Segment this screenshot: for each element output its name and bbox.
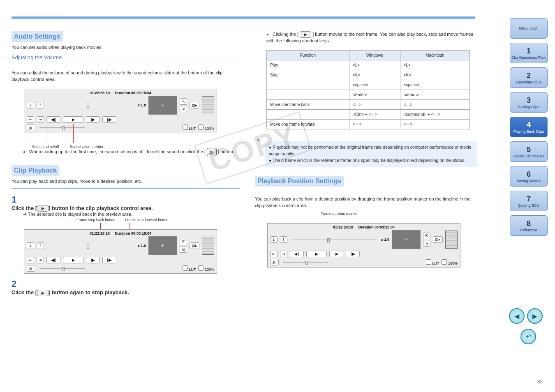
play-button[interactable]: ▶ bbox=[63, 257, 83, 263]
expand-in-button[interactable]: ⇱ bbox=[180, 239, 187, 245]
sound-toggle-button[interactable]: 🔈 bbox=[27, 125, 35, 131]
note-line-2: The A frame which is the reference frame… bbox=[273, 158, 465, 163]
step-back-button[interactable]: ◀|| bbox=[46, 257, 60, 263]
step-1-text: Click the [▶] button in the clip playbac… bbox=[12, 205, 227, 212]
sound-toggle-button[interactable]: 🔈 bbox=[27, 265, 35, 272]
sidebar-item-number: 6 bbox=[510, 170, 547, 179]
step-1: 1 Click the [▶] button in the clip playb… bbox=[12, 194, 240, 217]
multi-view-button[interactable]: ▤▸ bbox=[190, 102, 199, 108]
step-1-sub: ➔ The selected clip is played back in th… bbox=[23, 212, 240, 217]
heading-position-text: Playback Position Settings bbox=[255, 176, 344, 187]
timeline-slider[interactable] bbox=[291, 240, 377, 240]
mark-out-button[interactable]: ⤒ bbox=[37, 102, 44, 108]
goto-in-button[interactable]: ⇤ bbox=[270, 251, 278, 257]
th-mac: Macintosh bbox=[400, 51, 469, 60]
goto-in-button[interactable]: ⇤ bbox=[27, 257, 34, 263]
next-frame-button[interactable]: ||▶ bbox=[102, 257, 116, 263]
marker-sound-toggle: Set sound on/off bbox=[32, 145, 59, 149]
lut-checkbox[interactable]: LUT bbox=[183, 265, 196, 272]
expand-in-button[interactable]: ⇱ bbox=[180, 98, 187, 105]
top-accent-bar bbox=[12, 16, 475, 19]
volume-slider[interactable] bbox=[39, 268, 85, 269]
table-cell: Stop bbox=[267, 70, 349, 80]
sidebar-item[interactable]: 4Playing Back Clips bbox=[510, 117, 548, 137]
zoom-checkbox[interactable]: 100% bbox=[198, 265, 214, 272]
timecode: 01:22:26:10 bbox=[90, 91, 110, 95]
sound-toggle-button[interactable]: 🔈 bbox=[270, 259, 279, 265]
next-frame-button[interactable]: ||▶ bbox=[102, 116, 116, 123]
table-cell: <Ctrl> + <←> bbox=[349, 110, 400, 120]
sidebar-item[interactable]: 3Sorting Clips bbox=[510, 92, 548, 113]
speed-label: x 1.0 bbox=[381, 238, 389, 242]
volume-slider[interactable] bbox=[283, 262, 328, 263]
step-back-button[interactable]: ◀|| bbox=[46, 116, 60, 123]
table-cell: <space> bbox=[400, 80, 469, 90]
play-icon: ▶ bbox=[37, 290, 49, 296]
table-cell: <K> bbox=[349, 70, 400, 80]
table-row: Move one frame forward<→><→> bbox=[267, 120, 470, 129]
mark-out-button[interactable]: ⤒ bbox=[280, 236, 287, 243]
timeline-slider[interactable] bbox=[48, 246, 134, 246]
volume-slider[interactable] bbox=[39, 127, 85, 128]
mark-in-button[interactable]: ⤓ bbox=[27, 242, 34, 249]
lut-checkbox[interactable]: LUT bbox=[183, 125, 196, 131]
goto-out-button[interactable]: ⇥ bbox=[37, 257, 44, 263]
mark-out-button[interactable]: ⤒ bbox=[37, 242, 44, 249]
sidebar-item[interactable]: 7Quitting ECU bbox=[510, 191, 548, 211]
sidebar-item[interactable]: 1Clip Operations Flow bbox=[510, 43, 548, 63]
sidebar-item[interactable]: Introduction bbox=[510, 18, 548, 39]
sidebar-item[interactable]: 8Reference bbox=[510, 215, 548, 236]
sidebar-item[interactable]: 2Operating Clips bbox=[510, 67, 548, 88]
step-forward-button[interactable]: |▶ bbox=[86, 257, 100, 263]
zoom-checkbox[interactable]: 100% bbox=[198, 125, 214, 131]
table-cell bbox=[267, 90, 349, 100]
note-line-1: Playback may not be performed at the ori… bbox=[269, 145, 472, 156]
step-2: 2 Click the [▶] button again to stop pla… bbox=[12, 279, 240, 296]
sidebar-item-label: Quitting ECU bbox=[510, 203, 547, 208]
timeline-slider[interactable] bbox=[48, 105, 134, 105]
table-cell: <Enter> bbox=[349, 90, 400, 100]
expand-out-button[interactable]: ⇲ bbox=[180, 246, 187, 253]
expand-in-button[interactable]: ⇱ bbox=[423, 233, 430, 239]
play-button[interactable]: ▶ bbox=[306, 251, 327, 257]
multi-view-button[interactable]: ▤▸ bbox=[433, 236, 443, 243]
sidebar-item-number: 2 bbox=[510, 71, 547, 80]
multi-view-button[interactable]: ▤▸ bbox=[190, 242, 199, 249]
next-frame-button[interactable]: ||▶ bbox=[346, 251, 360, 257]
mark-in-button[interactable]: ⤓ bbox=[27, 102, 34, 108]
preview-thumbnail: ✢ bbox=[148, 236, 177, 255]
duration-label: Duration bbox=[115, 231, 130, 235]
chapter-sidebar: Introduction1Clip Operations Flow2Operat… bbox=[510, 18, 548, 240]
zoom-checkbox[interactable]: 100% bbox=[442, 259, 458, 265]
mark-in-button[interactable]: ⤓ bbox=[270, 236, 278, 243]
playback-control-bar: 01:22:26:10 Duration 00:03:15:04 ⤓ ⤒ x 1… bbox=[24, 229, 217, 274]
sidebar-item-label: Reference bbox=[510, 228, 547, 232]
lut-checkbox[interactable]: LUT bbox=[426, 259, 439, 265]
duration-label: Duration bbox=[115, 91, 130, 95]
sidebar-item-label: Saving Movies bbox=[510, 179, 547, 183]
table-cell: <space> bbox=[349, 80, 400, 90]
position-text: You can play back a clip from a desired … bbox=[255, 196, 477, 209]
step-forward-button[interactable]: |▶ bbox=[86, 116, 100, 123]
heading-playback: Clip Playback bbox=[12, 165, 240, 176]
goto-in-button[interactable]: ⇤ bbox=[27, 116, 34, 123]
goto-out-button[interactable]: ⇥ bbox=[37, 116, 44, 123]
sidebar-item[interactable]: 5Saving Still Images bbox=[510, 141, 548, 162]
step-forward-button[interactable]: |▶ bbox=[329, 251, 343, 257]
next-page-button[interactable]: ▶ bbox=[527, 308, 543, 324]
duration-label: Duration bbox=[358, 225, 374, 229]
speed-label: x 1.0 bbox=[138, 244, 146, 248]
table-cell: <command> + <←> bbox=[400, 110, 469, 120]
table-cell: Play bbox=[267, 60, 349, 70]
expand-out-button[interactable]: ⇲ bbox=[180, 106, 187, 112]
back-button[interactable]: ↶ bbox=[520, 329, 536, 344]
table-cell: <K> bbox=[400, 70, 469, 80]
sidebar-item[interactable]: 6Saving Movies bbox=[510, 166, 548, 187]
expand-out-button[interactable]: ⇲ bbox=[423, 240, 430, 247]
table-row: Play<L><L> bbox=[267, 60, 470, 70]
step-back-button[interactable]: ◀|| bbox=[290, 251, 304, 257]
goto-out-button[interactable]: ⇥ bbox=[280, 251, 287, 257]
table-row: <space><space> bbox=[267, 80, 470, 90]
play-button[interactable]: ▶ bbox=[63, 116, 83, 123]
prev-page-button[interactable]: ◀ bbox=[509, 308, 525, 324]
